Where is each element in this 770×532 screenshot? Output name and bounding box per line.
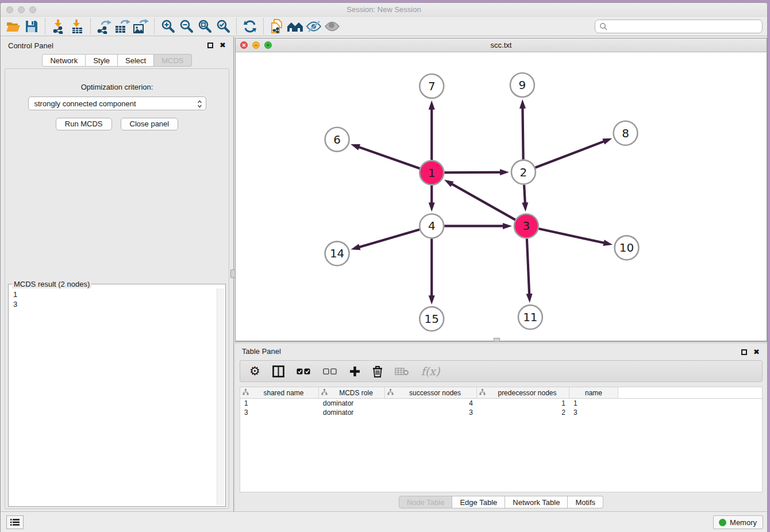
column-header-name[interactable]: name [569,387,618,398]
float-panel-icon[interactable] [207,43,213,48]
show-columns-icon[interactable] [272,364,284,379]
graph-node-4[interactable]: 4 [419,214,444,238]
graph-edge-1-4[interactable] [429,186,435,212]
graph-edge-2-3[interactable] [522,185,528,212]
frame-maximize-button[interactable]: + [264,41,272,49]
float-table-panel-icon[interactable] [741,349,747,355]
import-network-icon[interactable] [49,18,68,35]
close-window-button[interactable] [6,6,13,13]
function-builder-icon[interactable]: f(x) [421,364,440,379]
table-row[interactable]: 3dominator323 [240,408,762,417]
table-options-icon[interactable]: ⚙ [249,364,260,379]
close-table-panel-icon[interactable]: ✖ [753,349,760,356]
graph-edge-4-14[interactable] [351,230,420,250]
graph-node-9[interactable]: 9 [510,73,534,97]
mcds-result-group: MCDS result (2 nodes) 13 [8,284,226,507]
column-header-successor-nodes[interactable]: successor nodes [385,387,477,398]
graph-edge-4-3[interactable] [444,223,512,229]
table-tab-motifs[interactable]: Motifs [568,496,603,508]
table-tab-network-table[interactable]: Network Table [505,496,568,508]
table-tab-edge-table[interactable]: Edge Table [452,496,505,508]
graph-node-7[interactable]: 7 [419,74,444,98]
horizontal-splitter-handle[interactable] [494,338,500,342]
zoom-in-icon[interactable] [159,18,177,35]
memory-label: Memory [730,518,757,527]
graph-edge-2-8[interactable] [535,138,612,168]
titlebar: Session: New Session [1,3,767,17]
graph-node-14[interactable]: 14 [325,241,349,265]
graph-edge-1-7[interactable] [429,101,435,160]
graph-edge-1-6[interactable] [351,144,419,168]
tab-mcds[interactable]: MCDS [154,54,191,67]
table-cell: 2 [477,408,569,417]
graph-node-15[interactable]: 15 [419,307,444,331]
network-canvas[interactable]: 7968124314101511 [236,53,767,341]
column-label: successor nodes [396,389,474,397]
zoom-selected-icon[interactable] [214,18,232,35]
control-panel-title: Control Panel [8,41,53,50]
delete-row-icon[interactable] [372,364,383,379]
maximize-window-button[interactable] [29,6,36,13]
tab-network[interactable]: Network [42,54,86,67]
close-panel-icon[interactable]: ✖ [220,42,226,49]
add-row-icon[interactable] [349,364,360,379]
frame-minimize-button[interactable]: − [252,41,260,49]
column-header-MCDS-role[interactable]: MCDS role [319,387,385,398]
delete-table-icon[interactable] [395,364,409,379]
graph-node-3[interactable]: 3 [514,214,538,238]
column-label: shared name [251,389,316,397]
export-network-icon[interactable] [95,18,113,35]
table-row[interactable]: 1dominator411 [240,399,762,408]
status-menu-button[interactable] [6,515,24,529]
graph-edge-3-1[interactable] [444,180,515,220]
graph-node-2[interactable]: 2 [511,160,536,184]
frame-close-button[interactable]: ✕ [240,41,248,49]
hide-selected-icon[interactable] [305,18,323,35]
mcds-result-text[interactable]: 13 [10,288,217,505]
close-panel-button[interactable]: Close panel [121,118,179,130]
memory-button[interactable]: Memory [713,515,763,529]
graph-node-8[interactable]: 8 [614,121,638,145]
first-neighbors-icon[interactable] [286,18,305,35]
list-icon [10,518,20,526]
search-input[interactable] [610,22,758,31]
export-image-icon[interactable] [132,18,150,35]
export-table-icon[interactable] [113,18,132,35]
graph-edge-1-2[interactable] [444,169,509,175]
tab-select[interactable]: Select [118,54,154,67]
graph-edge-3-10[interactable] [538,229,613,246]
graph-edge-2-9[interactable] [519,99,526,160]
table-panel-header: Table Panel ✖ [235,344,767,358]
minimize-window-button[interactable] [18,6,25,13]
import-table-icon[interactable] [68,18,86,35]
table-tab-node-table[interactable]: Node Table [399,496,453,508]
zoom-fit-icon[interactable] [195,18,214,35]
table-body: 1dominator4113dominator323 [240,399,762,417]
graph-edge-3-11[interactable] [526,238,533,303]
graph-node-6[interactable]: 6 [325,128,349,152]
column-label: name [572,389,615,397]
table-cell: dominator [319,399,385,407]
graph-node-11[interactable]: 11 [518,305,542,329]
save-session-icon[interactable] [22,18,41,35]
run-mcds-button[interactable]: Run MCDS [56,118,112,130]
column-header-shared-name[interactable]: shared name [240,387,319,398]
result-scrollbar[interactable] [217,288,224,505]
graph-node-10[interactable]: 10 [615,236,639,260]
network-graph[interactable]: 7968124314101511 [236,53,767,341]
select-all-icon[interactable] [297,364,311,379]
graph-node-1[interactable]: 1 [419,161,444,185]
tab-style[interactable]: Style [86,54,118,67]
main-toolbar [1,17,767,36]
graph-edge-4-15[interactable] [429,238,435,304]
show-all-icon[interactable] [323,18,341,35]
column-header-predecessor-nodes[interactable]: predecessor nodes [477,387,569,398]
svg-text:10: 10 [619,241,634,255]
deselect-all-icon[interactable] [323,364,337,379]
svg-text:3: 3 [523,219,530,233]
clone-network-icon[interactable] [268,18,286,35]
open-session-icon[interactable] [4,18,22,35]
refresh-icon[interactable] [241,18,259,35]
zoom-out-icon[interactable] [177,18,195,35]
criterion-select[interactable]: strongly connected component [28,97,206,110]
